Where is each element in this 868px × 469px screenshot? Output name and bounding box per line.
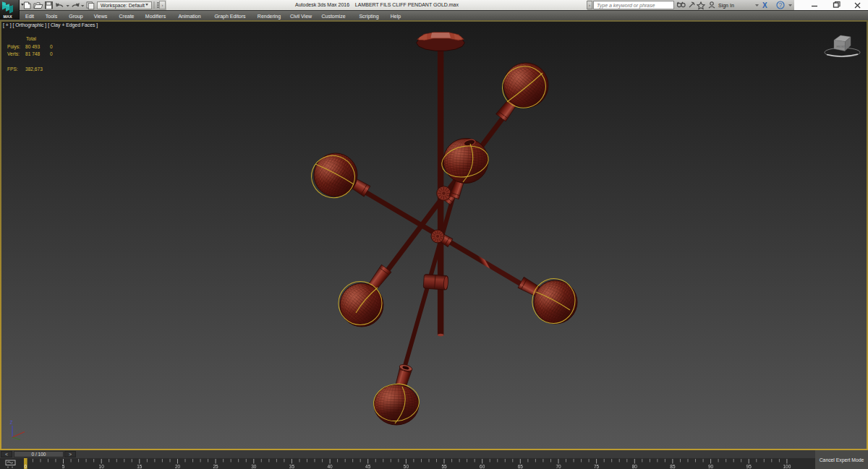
svg-text:0: 0	[25, 464, 27, 469]
svg-text:90: 90	[708, 464, 714, 469]
svg-text:55: 55	[441, 464, 447, 469]
svg-text:80: 80	[632, 464, 638, 469]
svg-text:35: 35	[289, 464, 295, 469]
svg-text:15: 15	[137, 464, 142, 469]
svg-text:30: 30	[251, 464, 257, 469]
svg-text:10: 10	[99, 464, 105, 469]
svg-text:20: 20	[175, 464, 181, 469]
svg-text:40: 40	[327, 464, 333, 469]
svg-text:65: 65	[518, 464, 524, 469]
svg-text:100: 100	[783, 464, 791, 469]
svg-text:85: 85	[670, 464, 676, 469]
svg-text:5: 5	[62, 464, 65, 469]
svg-text:25: 25	[213, 464, 218, 469]
svg-text:50: 50	[404, 464, 409, 469]
svg-text:75: 75	[594, 464, 600, 469]
svg-text:95: 95	[746, 464, 752, 469]
svg-text:70: 70	[556, 464, 561, 469]
svg-text:45: 45	[365, 464, 371, 469]
svg-text:60: 60	[480, 464, 485, 469]
